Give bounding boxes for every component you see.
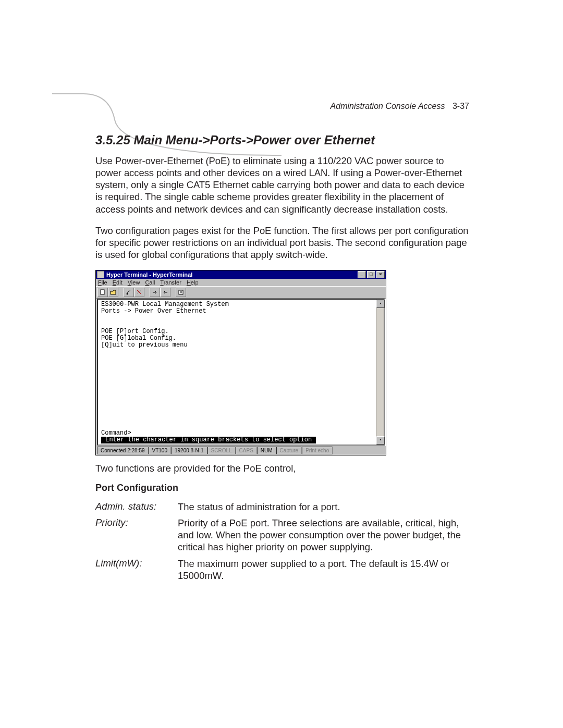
maximize-button[interactable]: □ bbox=[367, 271, 375, 278]
menu-help[interactable]: Help bbox=[187, 279, 199, 286]
paragraph-below-screenshot: Two functions are provided for the PoE c… bbox=[95, 463, 470, 474]
menu-view[interactable]: View bbox=[128, 279, 140, 286]
status-emulation: VT100 bbox=[149, 447, 171, 454]
term-line-2: Ports -> Power Over Ethernet bbox=[101, 307, 206, 315]
running-title: Administration Console Access bbox=[331, 102, 445, 110]
svg-rect-3 bbox=[179, 290, 183, 294]
status-connected: Connected 2:28:59 bbox=[97, 447, 149, 454]
status-scroll: SCROLL bbox=[207, 447, 236, 454]
status-caps: CAPS bbox=[236, 447, 257, 454]
status-capture: Capture bbox=[276, 447, 302, 454]
app-icon bbox=[97, 271, 104, 278]
term-line-1: ES3000-PWR Local Management System bbox=[101, 301, 229, 308]
def-desc: The maximum power supplied to a port. Th… bbox=[178, 556, 470, 584]
minimize-button[interactable]: _ bbox=[358, 271, 366, 278]
scroll-down-icon[interactable]: ▾ bbox=[376, 436, 385, 445]
status-num: NUM bbox=[257, 447, 276, 454]
toolbar bbox=[96, 286, 386, 299]
term-hint: Enter the character in square brackets t… bbox=[101, 437, 316, 443]
paragraph-1: Use Power-over-Ethernet (PoE) to elimina… bbox=[95, 155, 470, 215]
page-number: 3-37 bbox=[452, 102, 469, 110]
page: Administration Console Access 3-37 3.5.2… bbox=[0, 0, 563, 728]
section-heading: 3.5.25 Main Menu->Ports->Power over Ethe… bbox=[95, 133, 470, 147]
scroll-up-icon[interactable]: ▴ bbox=[376, 300, 385, 308]
def-term: Admin. status: bbox=[95, 499, 178, 515]
toolbar-disconnect-icon[interactable] bbox=[134, 288, 144, 297]
statusbar: Connected 2:28:59 VT100 19200 8-N-1 SCRO… bbox=[96, 446, 386, 455]
toolbar-properties-icon[interactable] bbox=[176, 288, 186, 297]
terminal-scrollbar[interactable]: ▴ ▾ bbox=[376, 300, 384, 445]
paragraph-2: Two configuration pages exist for the Po… bbox=[95, 225, 470, 261]
definition-table: Admin. status: The status of administrat… bbox=[95, 499, 470, 584]
menubar: File Edit View Call Transfer Help bbox=[96, 279, 386, 286]
menu-edit[interactable]: Edit bbox=[113, 279, 123, 286]
toolbar-receive-icon[interactable] bbox=[160, 288, 170, 297]
toolbar-open-icon[interactable] bbox=[108, 288, 118, 297]
close-button[interactable]: × bbox=[376, 271, 385, 278]
toolbar-send-icon[interactable] bbox=[150, 288, 160, 297]
svg-rect-0 bbox=[101, 290, 104, 294]
svg-point-1 bbox=[127, 293, 128, 295]
menu-call[interactable]: Call bbox=[145, 279, 155, 286]
status-print-echo: Print echo bbox=[302, 447, 333, 454]
term-opt-global: POE [G]lobal Config. bbox=[101, 335, 176, 342]
window-title: Hyper Terminal - HyperTerminal bbox=[106, 272, 358, 278]
port-config-heading: Port Configuration bbox=[95, 483, 470, 493]
resize-grip-icon[interactable] bbox=[377, 447, 385, 454]
titlebar: Hyper Terminal - HyperTerminal _ □ × bbox=[96, 270, 386, 279]
running-header: Administration Console Access 3-37 bbox=[331, 102, 469, 111]
term-opt-quit: [Q]uit to previous menu bbox=[101, 341, 188, 349]
term-prompt: Command> bbox=[101, 429, 131, 437]
menu-file[interactable]: File bbox=[98, 279, 107, 286]
scroll-track[interactable] bbox=[376, 308, 384, 436]
terminal-output[interactable]: ES3000-PWR Local Management System Ports… bbox=[98, 300, 376, 445]
content-column: 3.5.25 Main Menu->Ports->Power over Ethe… bbox=[95, 133, 470, 584]
def-row-limit: Limit(mW): The maximum power supplied to… bbox=[95, 556, 470, 584]
def-desc: The status of administration for a port. bbox=[178, 499, 470, 515]
def-desc: Priority of a PoE port. Three selections… bbox=[178, 515, 470, 555]
toolbar-connect-icon[interactable] bbox=[124, 288, 134, 297]
terminal-frame: ES3000-PWR Local Management System Ports… bbox=[97, 299, 385, 446]
status-line-settings: 19200 8-N-1 bbox=[171, 447, 207, 454]
def-row-priority: Priority: Priority of a PoE port. Three … bbox=[95, 515, 470, 555]
term-opt-port: POE [P]ort Config. bbox=[101, 328, 169, 335]
hyperterminal-window: Hyper Terminal - HyperTerminal _ □ × Fil… bbox=[95, 270, 386, 455]
menu-transfer[interactable]: Transfer bbox=[160, 279, 181, 286]
def-term: Priority: bbox=[95, 515, 178, 555]
def-row-admin-status: Admin. status: The status of administrat… bbox=[95, 499, 470, 515]
toolbar-new-icon[interactable] bbox=[97, 288, 108, 297]
def-term: Limit(mW): bbox=[95, 556, 178, 584]
